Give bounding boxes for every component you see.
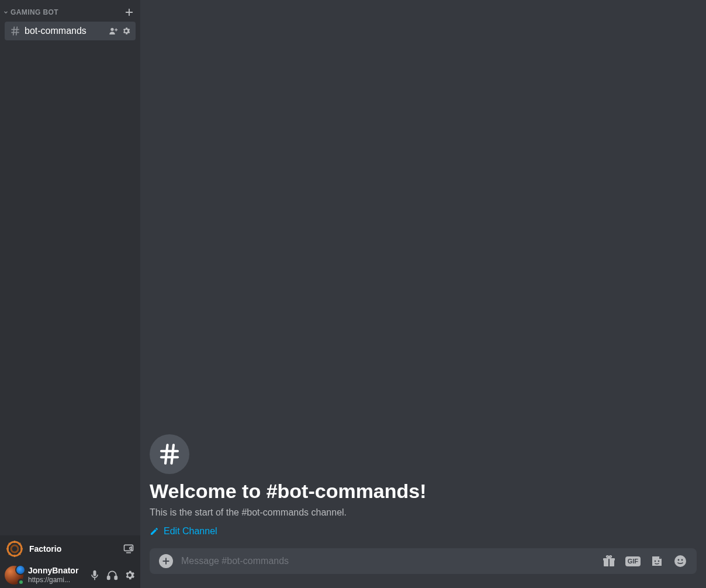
svg-rect-31	[608, 558, 610, 566]
user-info[interactable]: JonnyBnator https://gami...	[28, 566, 89, 583]
svg-line-25	[165, 445, 168, 464]
edit-channel-label: Edit Channel	[164, 526, 217, 537]
pencil-icon	[150, 527, 159, 536]
deafen-icon[interactable]	[106, 569, 118, 581]
activity-name: Factorio	[29, 544, 117, 554]
emoji-icon[interactable]	[673, 554, 687, 568]
svg-rect-20	[94, 578, 95, 580]
invite-people-icon[interactable]	[109, 26, 118, 36]
svg-point-33	[658, 561, 660, 562]
chevron-down-icon	[2, 9, 9, 16]
svg-line-5	[16, 27, 18, 36]
svg-line-4	[13, 27, 15, 36]
activity-panel[interactable]: Factorio	[0, 535, 140, 562]
svg-point-36	[681, 559, 683, 561]
activity-game-icon	[6, 540, 23, 558]
channel-item-bot-commands[interactable]: bot-commands	[5, 22, 136, 40]
svg-point-32	[655, 561, 656, 562]
channel-category[interactable]: GAMING BOT	[0, 0, 140, 21]
user-avatar[interactable]	[5, 566, 23, 584]
welcome-heading: Welcome to #bot-commands!	[150, 480, 697, 503]
create-channel-button[interactable]	[123, 6, 136, 19]
sidebar-spacer	[0, 41, 140, 535]
channel-sidebar: GAMING BOT bot-commands	[0, 0, 140, 588]
status-online-icon	[18, 579, 25, 586]
stream-icon[interactable]	[123, 543, 134, 555]
edit-channel-link[interactable]: Edit Channel	[150, 526, 697, 537]
svg-point-35	[678, 559, 680, 561]
mute-mic-icon[interactable]	[89, 569, 101, 581]
hash-icon	[9, 25, 21, 37]
attach-button[interactable]	[159, 554, 173, 568]
svg-point-10	[11, 545, 18, 552]
user-panel: JonnyBnator https://gami...	[0, 562, 140, 588]
svg-point-34	[674, 555, 686, 567]
gift-icon[interactable]	[602, 554, 616, 568]
svg-rect-22	[115, 576, 117, 580]
sticker-icon[interactable]	[650, 554, 664, 568]
svg-rect-21	[108, 576, 110, 580]
channel-hash-badge	[150, 434, 189, 474]
welcome-subtitle: This is the start of the #bot-commands c…	[150, 507, 697, 518]
settings-icon[interactable]	[122, 26, 131, 36]
svg-point-6	[110, 28, 113, 31]
gif-button[interactable]: GIF	[625, 556, 641, 566]
username: JonnyBnator	[28, 566, 89, 575]
message-scroll[interactable]: Welcome to #bot-commands! This is the st…	[140, 0, 706, 548]
channel-name: bot-commands	[25, 26, 109, 36]
message-composer: GIF	[150, 548, 697, 574]
category-label: GAMING BOT	[11, 8, 123, 16]
svg-line-26	[172, 445, 174, 464]
user-custom-status: https://gami...	[28, 576, 89, 584]
chat-area: Welcome to #bot-commands! This is the st…	[140, 0, 706, 588]
user-settings-icon[interactable]	[124, 569, 136, 581]
message-input[interactable]	[173, 556, 602, 566]
